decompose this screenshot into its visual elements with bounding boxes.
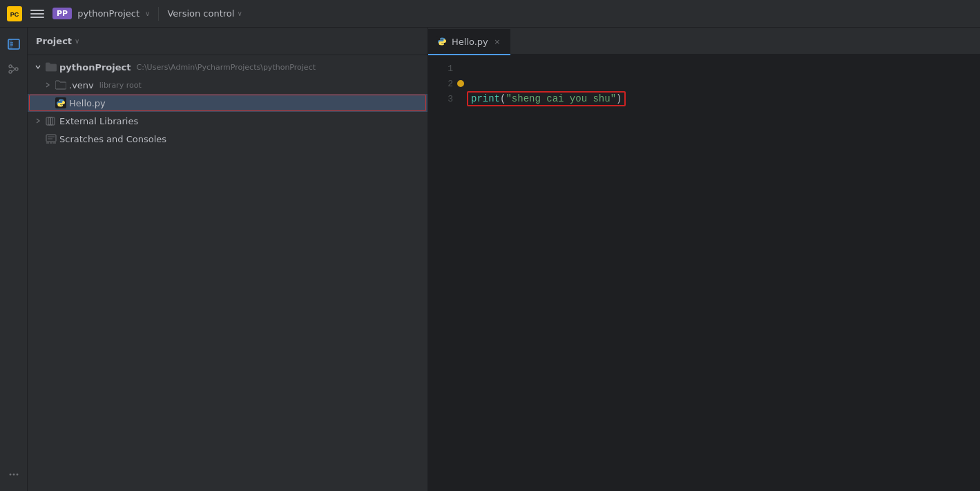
ext-libs-label: External Libraries [59, 116, 138, 126]
tab-python-icon [436, 36, 448, 47]
svg-line-9 [12, 66, 15, 69]
svg-point-7 [9, 70, 12, 73]
code-line-3: print("sheng cai you shu") [467, 91, 980, 106]
svg-point-15 [59, 100, 60, 101]
hello-py-label: Hello.py [69, 98, 106, 108]
svg-point-28 [443, 44, 443, 44]
svg-point-11 [9, 474, 11, 476]
code-token-print: print [471, 93, 500, 104]
titlebar: PC PP pythonProject ∨ Version control ∨ [0, 0, 980, 28]
venv-label: .venv [69, 80, 94, 90]
root-expand-arrow[interactable] [33, 62, 43, 72]
ext-libs-expand-arrow[interactable] [33, 116, 43, 126]
tab-close-button[interactable]: × [492, 37, 502, 46]
svg-rect-3 [8, 39, 12, 49]
code-token-string: "sheng cai you shu" [506, 93, 616, 104]
scratches-icon [46, 133, 57, 144]
tree-item-hello-py[interactable]: › Hello.py [28, 94, 427, 112]
icon-rail [0, 28, 28, 491]
root-project-name: pythonProject [59, 62, 131, 73]
main-layout: Project ∨ pythonProject C:\Users\Admin\P… [0, 28, 980, 491]
venv-sublabel: library root [99, 81, 142, 90]
structure-icon[interactable] [3, 58, 25, 80]
code-content[interactable]: print("sheng cai you shu") [461, 55, 980, 491]
svg-line-10 [12, 69, 15, 72]
svg-point-6 [9, 65, 12, 68]
code-line-2 [467, 76, 980, 91]
app-logo: PC [7, 6, 22, 21]
python-file-icon [55, 97, 66, 108]
line-numbers: 1 2 3 [428, 55, 461, 491]
svg-point-27 [441, 39, 441, 39]
editor-tabs: Hello.py × [428, 28, 980, 55]
venv-expand-arrow[interactable] [43, 80, 52, 90]
tab-label-hello-py: Hello.py [452, 37, 488, 47]
editor-area: Hello.py × 1 2 3 [428, 28, 980, 491]
project-dropdown-arrow[interactable]: ∨ [145, 10, 150, 17]
version-control-menu[interactable]: Version control ∨ [167, 8, 242, 19]
line-number-2: 2 [428, 76, 461, 91]
editor-tab-hello-py[interactable]: Hello.py × [428, 29, 511, 54]
line-number-3: 3 [428, 91, 461, 106]
code-token-paren-close: ) [616, 93, 622, 104]
project-badge: PP [52, 8, 72, 19]
svg-rect-20 [46, 135, 56, 142]
breakpoint-indicator [457, 80, 464, 87]
scratches-label: Scratches and Consoles [59, 134, 166, 144]
tree-item-scratches[interactable]: › Scratches and Consoles [28, 130, 427, 148]
sidebar-title-arrow[interactable]: ∨ [75, 37, 79, 45]
svg-point-12 [12, 474, 15, 476]
tree-item-external-libs[interactable]: External Libraries [28, 112, 427, 130]
line-number-1: 1 [428, 61, 461, 76]
version-control-arrow: ∨ [237, 10, 242, 17]
code-editor[interactable]: 1 2 3 print("sheng cai you shu") [428, 55, 980, 491]
titlebar-divider [158, 7, 159, 21]
tree-item-venv[interactable]: .venv library root [28, 76, 427, 94]
code-line-1 [467, 61, 980, 76]
sidebar-title[interactable]: Project [36, 36, 72, 46]
project-view-icon[interactable] [3, 33, 25, 55]
sidebar: Project ∨ pythonProject C:\Users\Admin\P… [28, 28, 428, 491]
svg-point-16 [61, 105, 62, 106]
code-token-paren-open: ( [500, 93, 506, 104]
more-tools-icon[interactable] [3, 463, 25, 485]
sidebar-header: Project ∨ [28, 28, 427, 55]
project-name-label[interactable]: pythonProject [77, 8, 140, 19]
venv-folder-icon [55, 79, 66, 90]
svg-point-8 [15, 68, 18, 70]
svg-point-13 [16, 474, 18, 476]
tree-item-root[interactable]: pythonProject C:\Users\Admin\PycharmProj… [28, 58, 427, 76]
highlighted-code-block: print("sheng cai you shu") [467, 91, 626, 106]
svg-text:PC: PC [10, 11, 19, 18]
root-project-path: C:\Users\Admin\PycharmProjects\pythonPro… [137, 63, 316, 72]
root-folder-icon [46, 61, 57, 73]
hamburger-menu-icon[interactable] [30, 7, 44, 21]
sidebar-content: pythonProject C:\Users\Admin\PycharmProj… [28, 55, 427, 491]
ext-libs-icon [46, 115, 57, 126]
